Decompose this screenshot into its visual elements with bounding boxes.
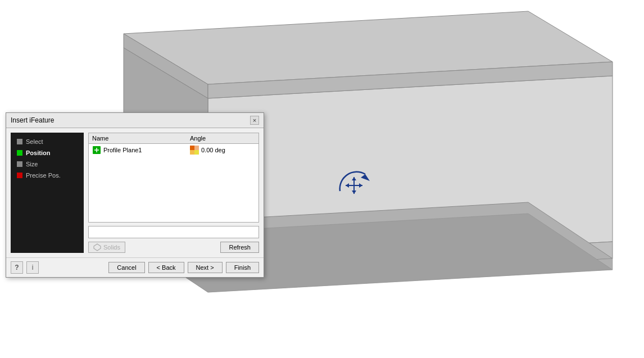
step-precise-pos[interactable]: Precise Pos. [14, 171, 80, 180]
svg-rect-19 [17, 150, 22, 156]
svg-rect-28 [190, 150, 194, 155]
svg-rect-18 [17, 139, 22, 144]
cancel-button[interactable]: Cancel [108, 262, 144, 273]
back-button[interactable]: < Back [148, 262, 184, 273]
plane-name: Profile Plane1 [103, 147, 142, 153]
svg-marker-29 [94, 244, 101, 251]
plane-angle: 0.00 deg [201, 147, 225, 153]
solids-button[interactable]: Solids [88, 242, 125, 253]
angle-icon [190, 146, 199, 155]
svg-rect-27 [194, 146, 199, 150]
table-cell-angle: 0.00 deg [190, 146, 255, 155]
col-angle-header: Angle [190, 135, 255, 142]
table-row[interactable]: Profile Plane1 0.00 deg [89, 144, 258, 156]
steps-panel: Select Position Size Precise Pos. [11, 133, 84, 253]
step-precise-pos-icon [16, 172, 23, 179]
step-precise-pos-label: Precise Pos. [26, 172, 61, 179]
info-button[interactable]: i [26, 261, 39, 274]
help-button[interactable]: ? [11, 261, 23, 274]
table-cell-name: Profile Plane1 [92, 146, 190, 155]
insert-ifeature-dialog: Insert iFeature × Select Position [6, 112, 264, 278]
content-panel: Name Angle Profile Plane1 [88, 133, 259, 253]
solids-label: Solids [103, 244, 120, 251]
solids-row: Solids Refresh [88, 242, 259, 253]
svg-rect-20 [17, 161, 22, 167]
angle-input[interactable] [88, 226, 259, 238]
svg-rect-26 [194, 150, 199, 155]
dialog-titlebar: Insert iFeature × [6, 113, 264, 128]
table-header: Name Angle [89, 133, 258, 144]
dialog-footer: ? i Cancel < Back Next > Finish [6, 257, 264, 277]
step-select[interactable]: Select [14, 137, 80, 146]
step-size[interactable]: Size [14, 160, 80, 169]
plane-table: Name Angle Profile Plane1 [88, 133, 259, 223]
svg-rect-21 [17, 173, 22, 178]
step-select-icon [16, 138, 23, 145]
step-position[interactable]: Position [14, 148, 80, 157]
dialog-body: Select Position Size Precise Pos. [6, 128, 264, 257]
next-button[interactable]: Next > [188, 262, 223, 273]
finish-button[interactable]: Finish [226, 262, 259, 273]
step-size-icon [16, 161, 23, 167]
plane-icon [92, 146, 101, 155]
dialog-title: Insert iFeature [11, 116, 54, 124]
refresh-button[interactable]: Refresh [220, 242, 259, 253]
step-position-icon [16, 149, 23, 156]
step-size-label: Size [26, 161, 38, 167]
svg-rect-25 [190, 146, 194, 150]
step-select-label: Select [26, 138, 43, 145]
dialog-close-button[interactable]: × [250, 116, 259, 125]
step-position-label: Position [26, 149, 50, 156]
col-name-header: Name [92, 135, 190, 142]
solids-icon [93, 243, 101, 251]
